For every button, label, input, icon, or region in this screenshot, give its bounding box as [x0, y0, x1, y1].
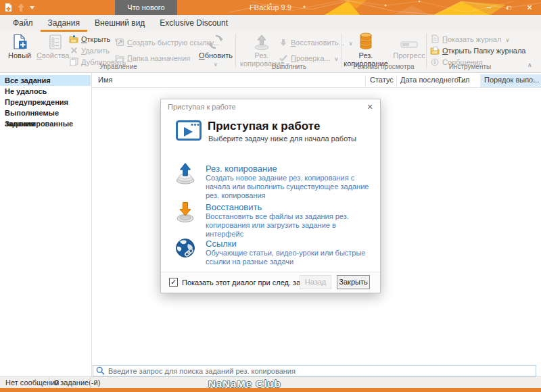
show-log-label: Показать журнал [442, 35, 501, 43]
back-button[interactable]: Назад [300, 275, 331, 289]
watermark: NaNaMe Club [208, 378, 281, 389]
ribbon-tab-row: Файл Задания Внешний вид Exclusive Disco… [0, 15, 541, 32]
new-task-label: Новый [4, 51, 35, 59]
test-dropdown-icon [333, 54, 338, 62]
table-header-underline [92, 87, 541, 88]
refresh-dropdown-icon [197, 59, 234, 69]
show-dialog-checkbox-label: Показать этот диалог при след. запуске [182, 278, 319, 287]
delete-task-button[interactable]: Удалить [69, 45, 110, 55]
search-input[interactable] [93, 365, 536, 376]
column-header-status[interactable]: Статус [370, 76, 394, 84]
column-separator[interactable] [452, 75, 452, 87]
status-separator [49, 377, 49, 388]
column-separator[interactable] [365, 75, 366, 87]
group-separator [235, 34, 236, 68]
destination-folder-label: Папка назначения [127, 54, 190, 62]
tab-exclusive-discount[interactable]: Exclusive Discount [152, 15, 235, 32]
dialog-title-text: Приступая к работе [168, 103, 236, 111]
whats-new-tab[interactable]: Что нового [115, 0, 177, 15]
sidebar-item-warnings[interactable]: Предупреждения [0, 97, 91, 107]
run-backup-icon [240, 32, 283, 50]
group-label-execute: Выполнить [240, 63, 338, 70]
getting-started-dialog: Приступая к работе Приступая к работе Вы… [160, 99, 381, 293]
new-task-quick-icon[interactable] [5, 3, 12, 12]
refresh-button[interactable]: Обновить [197, 32, 234, 69]
restore-action-icon[interactable] [174, 201, 197, 223]
column-header-name[interactable]: Имя [98, 76, 112, 84]
restore-label: Восстановить... [291, 39, 345, 47]
restore-small-icon [279, 38, 288, 47]
sidebar-item-failed[interactable]: Не удалось [0, 86, 91, 97]
open-folder-icon [69, 34, 78, 44]
test-label: Проверка... [291, 54, 330, 62]
links-action-desc: Обучающие статьи, видео-уроки или быстры… [206, 249, 373, 266]
show-log-icon [430, 34, 440, 44]
new-task-button[interactable]: Новый [4, 32, 35, 59]
dialog-close-button[interactable]: Закрыть [337, 275, 370, 289]
show-dialog-checkbox[interactable] [169, 278, 178, 287]
status-task-count: 0 задание(-й) [54, 377, 100, 388]
group-label-tools: Инструменты [426, 63, 514, 70]
open-log-folder-button[interactable]: Открыть Папку журнала [430, 45, 525, 55]
title-bar: Что нового FBackup 9.9 [0, 0, 541, 15]
backup-view-icon [344, 32, 388, 50]
status-messages: Нет сообщений [5, 377, 59, 388]
show-log-button[interactable]: Показать журнал [430, 34, 509, 44]
collapse-ribbon-icon[interactable] [527, 62, 532, 68]
destination-folder-button[interactable]: Папка назначения [115, 53, 190, 63]
window-title: FBackup 9.9 [203, 0, 338, 15]
group-label-management: Управление [51, 63, 186, 70]
sidebar-item-scheduled[interactable]: Запланированные [0, 118, 91, 129]
refresh-label: Обновить [197, 51, 234, 59]
backup-action-link[interactable]: Рез. копирование [206, 164, 277, 174]
tab-file[interactable]: Файл [5, 15, 41, 32]
new-task-icon [4, 32, 35, 50]
ribbon: Новый Свойства... [0, 32, 541, 73]
quick-access-toolbar [5, 1, 34, 14]
sidebar-item-running[interactable]: Выполняемые задания [0, 107, 91, 118]
status-separator [90, 377, 91, 388]
restore-action-desc: Восстановить все файлы из задания рез. к… [206, 212, 373, 239]
sidebar-divider [91, 73, 92, 376]
open-task-label: Открыть [81, 35, 110, 43]
group-label-view-modes: Режимы просмотра [342, 63, 426, 70]
backup-action-desc: Создать новое задание рез. копирования с… [206, 174, 373, 200]
test-check-icon [279, 53, 288, 63]
quick-shortcut-icon [115, 38, 124, 47]
getting-started-icon [176, 120, 202, 141]
run-backup-quick-icon[interactable] [17, 3, 25, 12]
tab-appearance[interactable]: Внешний вид [87, 15, 152, 32]
minimize-button[interactable] [479, 0, 499, 15]
view-progress-label: Прогресс [391, 51, 427, 59]
qat-dropdown-icon[interactable] [30, 6, 34, 9]
sort-ascending-icon [532, 77, 535, 82]
column-separator[interactable] [480, 75, 481, 87]
refresh-icon [197, 32, 234, 50]
dialog-footer: Показать этот диалог при след. запуске Н… [161, 272, 380, 293]
column-header-type[interactable]: Тип [457, 76, 469, 84]
test-button[interactable]: Проверка... [279, 53, 338, 63]
tab-tasks[interactable]: Задания [41, 15, 87, 32]
sidebar-item-all-tasks[interactable]: Все задания [0, 75, 91, 86]
window-controls [479, 0, 540, 15]
fbackup-window: Что нового FBackup 9.9 Файл Задания Внеш… [0, 0, 541, 392]
dialog-heading: Приступая к работе [208, 120, 320, 133]
open-log-folder-icon [430, 46, 440, 55]
show-log-dropdown-icon [504, 35, 509, 43]
destination-folder-icon [115, 53, 124, 63]
column-separator[interactable] [396, 75, 397, 87]
dialog-subtitle: Выберите задачу ниже для начала работы [208, 134, 356, 143]
maximize-button[interactable] [499, 0, 519, 15]
links-action-link[interactable]: Ссылки [206, 239, 237, 249]
search-icon [96, 366, 105, 375]
delete-icon [69, 46, 78, 55]
links-action-icon[interactable] [174, 237, 197, 260]
open-task-button[interactable]: Открыть [69, 34, 118, 44]
backup-action-icon[interactable] [174, 162, 197, 185]
view-progress-button[interactable]: Прогресс [391, 32, 427, 59]
progress-icon [391, 32, 427, 50]
delete-task-label: Удалить [81, 47, 110, 55]
close-button[interactable] [519, 0, 540, 15]
dialog-close-icon[interactable] [364, 101, 376, 113]
restore-action-link[interactable]: Восстановить [206, 202, 262, 212]
